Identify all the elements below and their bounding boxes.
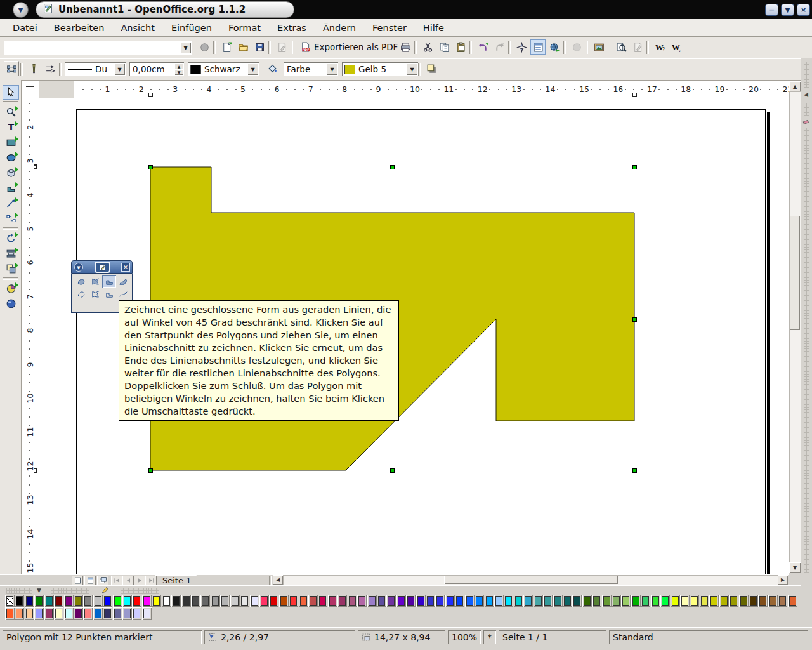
color-cell[interactable] [494, 595, 504, 607]
color-cell[interactable] [758, 595, 768, 607]
fill-color-select-dropdown[interactable]: ▼ [407, 63, 417, 75]
copy-button[interactable] [436, 39, 452, 55]
export-pdf-button[interactable]: PDFExportieren als PDF [296, 39, 402, 55]
hyperlink-button[interactable] [547, 39, 562, 55]
selection-handle[interactable] [148, 165, 153, 169]
menu-hilfe[interactable]: Hilfe [417, 21, 450, 35]
polygon-filled-tool[interactable] [88, 275, 102, 288]
selection-handle[interactable] [632, 468, 637, 473]
strip-pencil-icon[interactable] [102, 587, 109, 595]
color-cell[interactable] [54, 595, 63, 607]
minimize-button[interactable]: − [765, 4, 778, 16]
rotate-tool[interactable] [3, 231, 19, 246]
color-cell[interactable] [749, 595, 758, 607]
selection-handle[interactable] [148, 468, 153, 473]
color-cell[interactable] [455, 595, 464, 607]
master-view-button[interactable] [84, 576, 96, 585]
color-cell[interactable] [671, 595, 680, 607]
color-cell[interactable] [74, 595, 83, 607]
color-cell[interactable] [34, 595, 44, 607]
color-cell[interactable] [641, 595, 650, 607]
status-size-field[interactable]: 14,27 x 8,94 [358, 630, 445, 644]
color-cell[interactable] [289, 595, 298, 607]
stop-button[interactable] [197, 39, 212, 55]
color-cell[interactable] [778, 595, 787, 607]
help-agent-button[interactable]: W, [669, 39, 684, 55]
previous-page-button[interactable] [122, 576, 134, 585]
color-cell[interactable] [64, 607, 74, 620]
color-cell[interactable] [162, 595, 171, 607]
color-cell[interactable] [660, 595, 670, 607]
lines-arrows-tool[interactable] [3, 196, 19, 211]
color-cell[interactable] [240, 595, 249, 607]
options-bar-collapsed[interactable]: ▼ [0, 585, 801, 595]
alignment-tool[interactable] [3, 246, 19, 261]
fill-type-select-dropdown[interactable]: ▼ [327, 63, 337, 75]
page-view-button[interactable] [72, 576, 83, 585]
rectangle-tool[interactable] [3, 135, 19, 150]
area-dialog-button[interactable] [265, 61, 280, 76]
shadow-button[interactable] [424, 61, 439, 76]
stylist-button[interactable] [530, 39, 546, 55]
polygon-line-tool[interactable] [88, 288, 102, 300]
selection-handle[interactable] [632, 317, 637, 322]
color-cell[interactable] [83, 595, 93, 607]
floating-toolbar-close-button[interactable]: ✕ [121, 263, 130, 272]
scroll-left-button[interactable]: ◀ [273, 575, 283, 585]
arrange-tool[interactable] [3, 262, 19, 276]
color-cell[interactable] [211, 595, 220, 607]
color-cell[interactable] [259, 595, 269, 607]
color-cell[interactable] [386, 595, 396, 607]
menu-fenster[interactable]: Fenster [366, 21, 413, 35]
color-cell[interactable] [318, 595, 327, 607]
color-cell[interactable] [396, 595, 406, 607]
3d-objects-tool[interactable] [3, 166, 19, 180]
menu-format[interactable]: Format [222, 21, 267, 35]
curve-line-tool[interactable] [74, 288, 88, 300]
save-button[interactable] [252, 39, 267, 55]
edit-document-button[interactable] [274, 39, 289, 55]
color-cell[interactable] [367, 595, 377, 607]
color-cell[interactable] [328, 595, 337, 607]
color-cell[interactable] [357, 595, 367, 607]
color-cell[interactable] [230, 595, 240, 607]
color-cell[interactable] [5, 607, 15, 620]
color-cell[interactable] [602, 595, 612, 607]
color-cell[interactable] [64, 595, 74, 607]
color-cell[interactable] [113, 595, 122, 607]
window-menu-button[interactable]: ▼ [13, 2, 29, 18]
color-cell[interactable] [426, 595, 435, 607]
scroll-right-button[interactable]: ▶ [778, 575, 788, 585]
line-style-select-dropdown[interactable]: ▼ [114, 63, 125, 75]
color-cell[interactable] [299, 595, 308, 607]
line-dialog-button[interactable] [26, 61, 41, 76]
first-page-button[interactable] [111, 576, 122, 585]
color-cell[interactable] [132, 607, 141, 620]
color-cell[interactable] [475, 595, 484, 607]
color-cell[interactable] [563, 595, 572, 607]
zoom-button[interactable] [613, 39, 629, 55]
color-cell[interactable] [768, 595, 778, 607]
color-cell[interactable] [269, 595, 278, 607]
color-cell[interactable] [543, 595, 553, 607]
strip-expand-left-icon[interactable]: ◀ [804, 91, 808, 98]
color-cell[interactable] [719, 595, 729, 607]
url-combo-dropdown[interactable]: ▼ [180, 42, 191, 53]
print-button[interactable] [398, 39, 413, 55]
color-cell[interactable] [680, 595, 690, 607]
color-cell[interactable] [220, 595, 230, 607]
color-cell[interactable] [142, 595, 152, 607]
color-cell[interactable] [445, 595, 455, 607]
last-page-button[interactable] [145, 576, 157, 585]
color-cell[interactable] [406, 595, 416, 607]
insert-tool[interactable] [3, 281, 19, 296]
status-page-field[interactable]: Seite 1 / 1 [499, 630, 606, 644]
undo-button[interactable] [475, 39, 490, 55]
status-style-field[interactable]: Standard [609, 630, 808, 644]
open-button[interactable] [235, 39, 251, 55]
polygon-45-filled-tool[interactable] [102, 275, 116, 288]
arrow-style-button[interactable] [43, 61, 58, 76]
fill-type-select[interactable]: Farbe▼ [284, 62, 338, 76]
color-cell[interactable] [279, 595, 289, 607]
line-width-input[interactable]: 0,00cm▲▼ [129, 62, 184, 76]
